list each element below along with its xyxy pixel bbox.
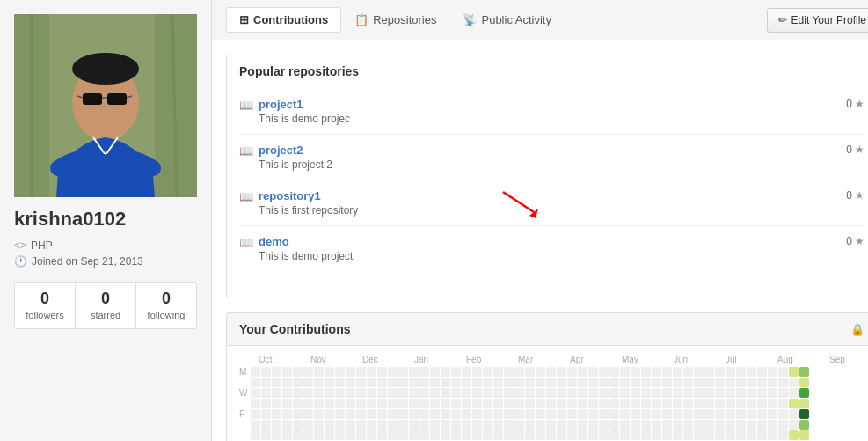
day-cell (673, 367, 682, 377)
day-cell (335, 367, 345, 377)
day-cell (293, 388, 303, 398)
following-stat[interactable]: 0 following (136, 283, 196, 328)
day-cell (346, 409, 355, 419)
tab-public-activity[interactable]: 📡 Public Activity (449, 7, 564, 33)
day-cell (704, 420, 714, 430)
day-cell (778, 367, 788, 377)
day-cell (768, 420, 777, 430)
day-cell (567, 399, 577, 408)
day-cell (536, 420, 545, 430)
day-cell (282, 430, 292, 440)
day-cell (504, 378, 514, 387)
clock-icon: 🕐 (14, 255, 27, 268)
day-cell (472, 367, 482, 377)
top-bar: ⊞ Contributions 📋 Repositories 📡 Public … (212, 0, 868, 40)
username-label: krishna0102 (14, 208, 197, 231)
day-cell (546, 378, 556, 387)
day-cell (261, 409, 271, 419)
day-cell (451, 409, 461, 419)
day-cell (335, 409, 345, 419)
day-cell (694, 430, 704, 440)
day-cell (525, 420, 535, 430)
day-cell (546, 409, 556, 419)
day-cell (694, 378, 704, 387)
day-cell (694, 399, 704, 408)
stats-row: 0 followers 0 starred 0 following (14, 282, 197, 329)
day-cell (557, 367, 566, 377)
day-cell (778, 409, 788, 419)
day-cell (768, 430, 777, 440)
followers-stat[interactable]: 0 followers (15, 283, 76, 328)
day-cell (462, 420, 471, 430)
day-cell (483, 430, 492, 440)
edit-profile-button[interactable]: ✏ Edit Your Profile (767, 8, 868, 33)
repo-desc-3: This is demo project (259, 250, 353, 262)
day-cell (430, 399, 440, 408)
repo-name-1[interactable]: project2 (259, 143, 332, 157)
day-cell (367, 388, 376, 398)
day-cell (715, 399, 725, 408)
month-jul: Jul (726, 355, 777, 364)
day-cell (483, 409, 492, 419)
day-cell (609, 420, 619, 430)
day-cell (599, 420, 609, 430)
tab-contributions[interactable]: ⊞ Contributions (226, 7, 341, 33)
day-cell (451, 367, 461, 377)
day-cell (398, 399, 408, 408)
day-cell (683, 378, 693, 387)
day-cell (409, 420, 419, 430)
svg-marker-13 (529, 209, 538, 218)
day-cell (662, 420, 672, 430)
week-col-40 (673, 367, 682, 440)
week-col-14 (398, 367, 408, 440)
day-cell (514, 430, 524, 440)
day-cell (335, 420, 345, 430)
day-cell (747, 378, 756, 387)
day-cell (789, 430, 799, 440)
day-cell (757, 399, 767, 408)
day-cell (472, 420, 482, 430)
week-col-42 (694, 367, 704, 440)
week-col-3 (282, 367, 292, 440)
day-cell (757, 388, 767, 398)
day-cell (599, 378, 609, 387)
day-cell (662, 388, 672, 398)
week-col-19 (451, 367, 461, 440)
day-cell (726, 388, 735, 398)
day-cell (631, 378, 640, 387)
day-cell (631, 388, 640, 398)
contributions-grid-area: Oct Nov Dec Jan Feb Mar Apr May Jun Jul … (227, 346, 868, 441)
week-col-43 (704, 367, 714, 440)
day-cell (514, 409, 524, 419)
public-activity-tab-label: Public Activity (481, 13, 551, 26)
day-cell (662, 409, 672, 419)
day-cell (272, 430, 281, 440)
tab-repositories[interactable]: 📋 Repositories (341, 7, 449, 33)
day-cell (398, 409, 408, 419)
day-cell (430, 420, 440, 430)
day-cell (631, 420, 640, 430)
day-label-m: M (239, 367, 247, 377)
day-cell (726, 378, 735, 387)
day-cell (514, 367, 524, 377)
week-col-29 (557, 367, 566, 440)
repo-name-3[interactable]: demo (259, 235, 353, 248)
day-cell (272, 388, 281, 398)
day-cell (483, 367, 492, 377)
day-cell (441, 420, 450, 430)
day-cell (704, 378, 714, 387)
day-cell (483, 388, 492, 398)
day-cell (430, 430, 440, 440)
day-cell (620, 378, 630, 387)
day-cell (356, 430, 366, 440)
repo-name-0[interactable]: project1 (259, 98, 350, 111)
day-cell (293, 378, 303, 387)
day-cell (757, 367, 767, 377)
day-cell (367, 420, 376, 430)
starred-stat[interactable]: 0 starred (76, 283, 136, 328)
month-sep: Sep (829, 355, 864, 364)
month-may: May (622, 355, 674, 364)
repo-name-2[interactable]: repository1 (259, 189, 358, 202)
repo-item-1: 📖 project2 This is project 2 0 ★ (239, 135, 864, 180)
day-cell (588, 420, 598, 430)
